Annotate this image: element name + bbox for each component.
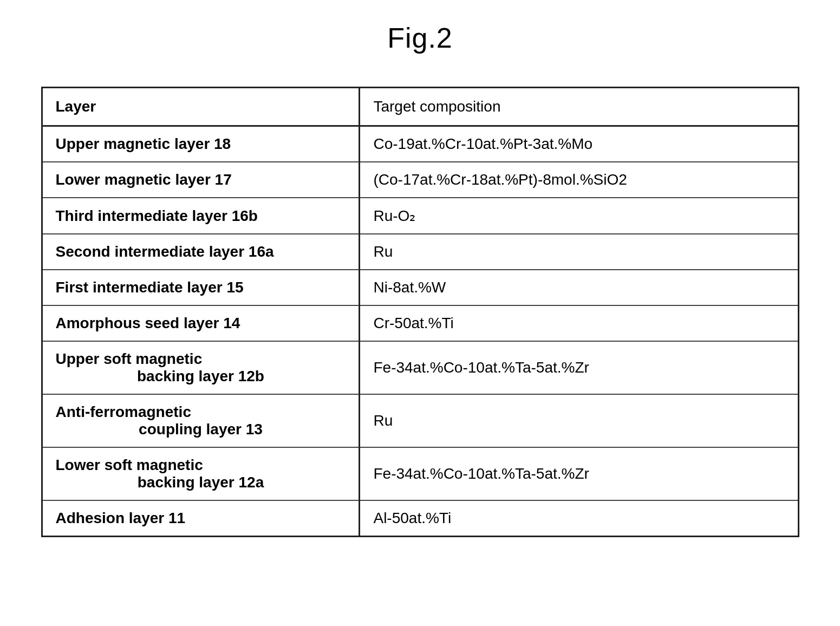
cell-composition: Ru bbox=[360, 394, 798, 447]
page-title: Fig.2 bbox=[387, 22, 453, 54]
table-row: Lower magnetic layer 17(Co-17at.%Cr-18at… bbox=[43, 162, 798, 198]
cell-layer: Upper magnetic layer 18 bbox=[43, 126, 360, 162]
cell-composition: Al-50at.%Ti bbox=[360, 500, 798, 536]
cell-layer: Third intermediate layer 16b bbox=[43, 198, 360, 234]
table-row: First intermediate layer 15Ni-8at.%W bbox=[43, 270, 798, 305]
table-row: Anti-ferromagneticcoupling layer 13Ru bbox=[43, 394, 798, 447]
cell-layer: Second intermediate layer 16a bbox=[43, 234, 360, 270]
cell-composition: Ru bbox=[360, 234, 798, 270]
table-row: Second intermediate layer 16aRu bbox=[43, 234, 798, 270]
table-row: Upper soft magneticbacking layer 12bFe-3… bbox=[43, 341, 798, 394]
header-composition: Target composition bbox=[360, 88, 798, 126]
table-row: Lower soft magneticbacking layer 12aFe-3… bbox=[43, 447, 798, 500]
table-row: Amorphous seed layer 14Cr-50at.%Ti bbox=[43, 305, 798, 341]
cell-layer: Adhesion layer 11 bbox=[43, 500, 360, 536]
table-header-row: Layer Target composition bbox=[43, 88, 798, 126]
cell-layer: Lower soft magneticbacking layer 12a bbox=[43, 447, 360, 500]
cell-composition: Fe-34at.%Co-10at.%Ta-5at.%Zr bbox=[360, 341, 798, 394]
cell-composition: Fe-34at.%Co-10at.%Ta-5at.%Zr bbox=[360, 447, 798, 500]
header-layer: Layer bbox=[43, 88, 360, 126]
cell-composition: Ni-8at.%W bbox=[360, 270, 798, 305]
cell-layer: First intermediate layer 15 bbox=[43, 270, 360, 305]
table-row: Adhesion layer 11Al-50at.%Ti bbox=[43, 500, 798, 536]
cell-composition: Co-19at.%Cr-10at.%Pt-3at.%Mo bbox=[360, 126, 798, 162]
cell-composition: Cr-50at.%Ti bbox=[360, 305, 798, 341]
table-row: Third intermediate layer 16bRu-O₂ bbox=[43, 198, 798, 234]
cell-layer: Lower magnetic layer 17 bbox=[43, 162, 360, 198]
cell-layer: Anti-ferromagneticcoupling layer 13 bbox=[43, 394, 360, 447]
cell-composition: Ru-O₂ bbox=[360, 198, 798, 234]
table-row: Upper magnetic layer 18Co-19at.%Cr-10at.… bbox=[43, 126, 798, 162]
data-table: Layer Target composition Upper magnetic … bbox=[41, 87, 799, 537]
cell-layer: Amorphous seed layer 14 bbox=[43, 305, 360, 341]
cell-layer: Upper soft magneticbacking layer 12b bbox=[43, 341, 360, 394]
cell-composition: (Co-17at.%Cr-18at.%Pt)-8mol.%SiO2 bbox=[360, 162, 798, 198]
